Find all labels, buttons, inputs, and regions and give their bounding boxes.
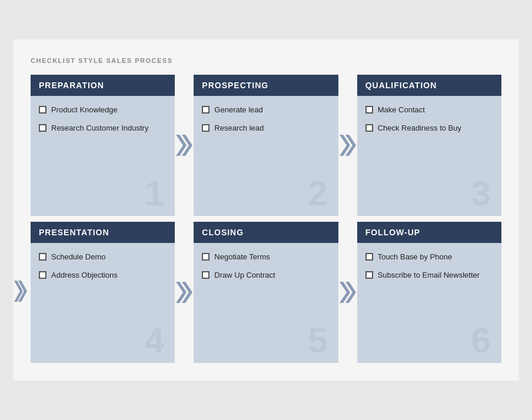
check-item: Check Readiness to Buy <box>365 124 493 134</box>
chevron-right-icon-3 <box>176 279 192 305</box>
card-number-3: 3 <box>471 176 491 211</box>
checkbox[interactable] <box>202 271 210 279</box>
card-header-prospecting: PROSPECTING <box>194 75 338 96</box>
checkbox[interactable] <box>202 106 210 114</box>
check-item: Subscribe to Email Newsletter <box>365 271 493 281</box>
card-header-presentation: PRESENTATION <box>31 222 175 243</box>
check-item: Product Knowledge <box>39 105 167 115</box>
card-followup: FOLLOW-UP Touch Base by Phone Subscribe … <box>357 222 501 363</box>
card-number-1: 1 <box>145 176 164 211</box>
chevron-right-icon <box>176 132 192 158</box>
card-presentation: PRESENTATION Schedule Demo Address Objec… <box>31 222 175 363</box>
card-closing: CLOSING Negotiate Terms Draw Up Contract… <box>194 222 338 363</box>
check-label: Schedule Demo <box>51 252 106 262</box>
check-label: Touch Base by Phone <box>378 252 452 262</box>
main-container: CHECKLIST STYLE SALES PROCESS PREPARATIO… <box>13 39 519 381</box>
check-label: Subscribe to Email Newsletter <box>378 271 480 281</box>
check-item: Research lead <box>202 124 330 134</box>
card-header-closing: CLOSING <box>194 222 338 243</box>
arrow-4-5 <box>175 279 194 305</box>
checkbox[interactable] <box>39 124 46 132</box>
check-label: Make Contact <box>378 105 425 115</box>
check-item: Research Customer Industry <box>39 124 167 134</box>
arrow-2-3 <box>338 132 357 158</box>
arrow-1-2 <box>175 132 194 158</box>
row-1: PREPARATION Product Knowledge Research C… <box>31 75 501 216</box>
card-wrap-followup: FOLLOW-UP Touch Base by Phone Subscribe … <box>357 222 501 363</box>
check-item: Make Contact <box>365 105 493 115</box>
check-label: Research lead <box>214 124 264 134</box>
arrow-5-6 <box>338 279 357 305</box>
check-label: Research Customer Industry <box>51 124 148 134</box>
card-wrap-presentation: PRESENTATION Schedule Demo Address Objec… <box>31 222 175 363</box>
small-chevron-left-icon <box>14 278 27 304</box>
chevron-right-icon-4 <box>340 279 356 305</box>
card-header-qualification: QUALIFICATION <box>357 75 501 96</box>
checkbox[interactable] <box>39 253 46 261</box>
card-prospecting: PROSPECTING Generate lead Research lead … <box>194 75 338 216</box>
checkbox[interactable] <box>365 253 373 261</box>
card-wrap-closing: CLOSING Negotiate Terms Draw Up Contract… <box>194 222 338 363</box>
check-item: Generate lead <box>202 105 330 115</box>
check-label: Generate lead <box>214 105 262 115</box>
chevron-right-icon-2 <box>340 132 356 158</box>
checkbox[interactable] <box>365 124 373 132</box>
check-item: Draw Up Contract <box>202 271 330 281</box>
check-item: Schedule Demo <box>39 252 167 262</box>
card-number-5: 5 <box>308 323 327 358</box>
left-arrow-presentation <box>14 278 27 306</box>
checkbox[interactable] <box>365 271 373 279</box>
process-grid: PREPARATION Product Knowledge Research C… <box>31 75 501 363</box>
check-label: Negotiate Terms <box>214 252 270 262</box>
checkbox[interactable] <box>39 106 46 114</box>
checkbox[interactable] <box>365 106 373 114</box>
check-label: Address Objections <box>51 271 118 281</box>
check-item: Touch Base by Phone <box>365 252 493 262</box>
check-item: Negotiate Terms <box>202 252 330 262</box>
card-wrap-qualification: QUALIFICATION Make Contact Check Readine… <box>357 75 501 216</box>
card-wrap-preparation: PREPARATION Product Knowledge Research C… <box>31 75 175 216</box>
checkbox[interactable] <box>202 253 210 261</box>
card-number-2: 2 <box>308 176 327 211</box>
card-wrap-prospecting: PROSPECTING Generate lead Research lead … <box>194 75 338 216</box>
check-label: Draw Up Contract <box>214 271 275 281</box>
check-label: Check Readiness to Buy <box>378 124 461 134</box>
card-header-followup: FOLLOW-UP <box>357 222 501 243</box>
card-header-preparation: PREPARATION <box>31 75 175 96</box>
check-item: Address Objections <box>39 271 167 281</box>
card-qualification: QUALIFICATION Make Contact Check Readine… <box>357 75 501 216</box>
card-number-6: 6 <box>471 323 491 358</box>
row-2: PRESENTATION Schedule Demo Address Objec… <box>31 222 501 363</box>
checkbox[interactable] <box>202 124 210 132</box>
card-number-4: 4 <box>145 323 164 358</box>
checkbox[interactable] <box>39 271 46 279</box>
page-title: CHECKLIST STYLE SALES PROCESS <box>31 57 501 64</box>
check-label: Product Knowledge <box>51 105 118 115</box>
card-preparation: PREPARATION Product Knowledge Research C… <box>31 75 175 216</box>
